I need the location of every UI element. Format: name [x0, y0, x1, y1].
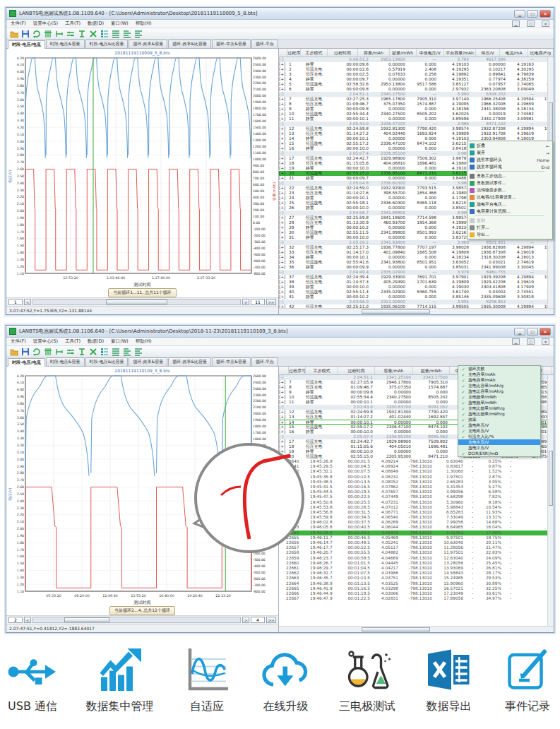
- expander-cell[interactable]: [-]: [279, 57, 289, 62]
- table-row[interactable]: [+]11静置00:00:10.10.000000.0003.895962340…: [279, 117, 554, 122]
- expander-cell[interactable]: [+]: [279, 141, 289, 146]
- last-cycle-spinner[interactable]: 4: [251, 617, 265, 623]
- context-menu-item[interactable]: 比电容/比容量设置...: [468, 194, 552, 201]
- context-menu-item[interactable]: 打开...: [468, 224, 552, 231]
- menu-item-0[interactable]: 文件(F): [11, 338, 26, 345]
- tab-6[interactable]: 循环-平台: [251, 40, 278, 48]
- table-row[interactable]: [+]37恒流充电02:24:39.41929.339007691.7013.9…: [279, 275, 554, 280]
- context-menu-item[interactable]: 跳至本循环尾End: [468, 163, 552, 170]
- pager-left-arrow[interactable]: <: [24, 299, 31, 305]
- expander-cell[interactable]: [+]: [279, 290, 289, 295]
- close-button[interactable]: ✕: [540, 10, 551, 18]
- record-row[interactable]: 2264019:45:26.900:00:01.54.09214-798.130…: [279, 459, 554, 464]
- expander-cell[interactable]: [+]: [279, 206, 289, 211]
- table-row[interactable]: [+]36静置00:00:09.90.000000.0003.850312341…: [279, 265, 554, 270]
- menu-item-4[interactable]: 窗口(W): [111, 338, 129, 345]
- expander-cell[interactable]: [+]: [279, 280, 289, 285]
- table-row[interactable]: [+]5恒流放电02:58:32.62953.138009517.5863.65…: [279, 82, 554, 87]
- column-menu-item[interactable]: 放电中压/V: [458, 445, 540, 451]
- record-row[interactable]: 2264619:45:44.500:00:19.54.07657-798.130…: [279, 490, 554, 494]
- record-row[interactable]: 2265419:46:08.800:00:43.54.05829-798.130…: [279, 531, 554, 535]
- record-row[interactable]: 2265619:46:14.700:00:49.54.05241-798.130…: [279, 540, 554, 545]
- expander-cell[interactable]: [+]: [279, 146, 289, 151]
- column-header[interactable]: 容量/mAh: [375, 367, 413, 374]
- context-menu-item[interactable]: 放电平台电压...: [468, 201, 552, 208]
- pager-last-button[interactable]: >>: [266, 299, 276, 305]
- expander-cell[interactable]: [+]: [279, 72, 289, 77]
- table-row[interactable]: [+]33恒压充电01:14:17.0401.098401685.5084.19…: [279, 250, 554, 255]
- record-row[interactable]: 2265519:46:11.700:00:46.54.05469-798.130…: [279, 535, 554, 540]
- table-row[interactable]: [+]3恒压充电00:00:02.50.076330.2584.198920.8…: [279, 72, 554, 77]
- stop-icon[interactable]: [88, 30, 97, 38]
- mdi-close-button[interactable]: ✕: [542, 338, 549, 345]
- tab-1[interactable]: 时段-电压&容量: [46, 357, 85, 366]
- table-row[interactable]: [+]38恒压充电01:14:37.3405.293901701.6394.19…: [279, 280, 554, 285]
- expander-cell[interactable]: [+]: [279, 429, 289, 434]
- record-row[interactable]: 2266119:46:29.700:01:04.54.04217-798.130…: [279, 566, 554, 571]
- current-cycle-button[interactable]: 当前循环2...4, 总共12个循环: [109, 606, 175, 615]
- tab-2[interactable]: 时段-电压&比容量: [85, 40, 129, 48]
- tab-0[interactable]: 时段-电压/电流: [8, 40, 45, 49]
- column-header[interactable]: 容量/mAh: [358, 49, 390, 57]
- record-row[interactable]: 2264119:45:29.500:00:04.54.08924-798.130…: [279, 464, 554, 469]
- expander-cell[interactable]: [+]: [279, 201, 289, 206]
- expander-cell[interactable]: [+]: [279, 295, 289, 300]
- current-cycle-button[interactable]: 当前循环1...11, 总共11个循环: [108, 288, 177, 297]
- cycle-summary-row[interactable]: [-]2.04:51.12340.27500—3.9806306.202—98.…: [279, 92, 554, 97]
- titlebar[interactable]: LANBTS电池测试系统1.08.1109.640 - [C:\Users\Ad…: [6, 8, 554, 20]
- expander-cell[interactable]: [-]: [279, 211, 289, 215]
- expander-cell[interactable]: [-]: [279, 375, 289, 380]
- table-view-icon[interactable]: [122, 348, 131, 356]
- data-list-icon[interactable]: [100, 30, 109, 38]
- expander-cell[interactable]: [+]: [279, 410, 289, 415]
- voltage-capacity-chart[interactable]: 4.204.104.003.903.803.703.603.503.403.30…: [6, 56, 278, 282]
- record-row[interactable]: 2266319:46:35.700:01:10.54.03751-798.130…: [279, 576, 554, 581]
- cycle-summary-row[interactable]: [-]2.05:16.12341.93800—3.9808501.951—98.…: [279, 240, 554, 245]
- table-row[interactable]: [+]32恒流充电02:25:17.31936.778007707.1973.9…: [279, 245, 554, 250]
- context-menu-item[interactable]: 活性物质参数...: [468, 186, 552, 194]
- channel-bars-icon[interactable]: [43, 30, 52, 38]
- expander-cell[interactable]: [-]: [279, 405, 289, 410]
- first-cycle-spinner[interactable]: 2: [8, 617, 23, 623]
- record-row[interactable]: 2265919:46:23.700:00:58.54.04669-798.130…: [279, 556, 554, 561]
- record-row[interactable]: 2266519:46:41.900:01:16.54.03298-798.130…: [279, 586, 554, 591]
- stop-icon[interactable]: [88, 348, 97, 356]
- table-row[interactable]: [+]1静置00:00:09.80.000000.0004.191030.000…: [279, 62, 554, 67]
- pager-scrollbar[interactable]: [32, 299, 241, 305]
- table-row[interactable]: [+]7恒流充电02:27:25.31965.178007905.3103.97…: [279, 97, 554, 102]
- menu-item-1[interactable]: 设置中心(S): [33, 338, 58, 345]
- expander-cell[interactable]: [+]: [279, 260, 289, 265]
- menu-item-3[interactable]: 数据(D): [88, 20, 104, 27]
- record-row[interactable]: 2266019:46:26.700:01:01.54.04445-798.130…: [279, 561, 554, 566]
- tab-5[interactable]: 循环-中压&容量: [212, 40, 251, 48]
- column-menu-item[interactable]: ✓DCIR(ESR)/mΩ: [458, 451, 540, 456]
- expander-cell[interactable]: [+]: [279, 285, 289, 290]
- cycle-summary-row[interactable]: [-]2.04:49.42335.02900—3.9798460.755—98.…: [279, 270, 554, 275]
- table-row[interactable]: [+]13恒压充电01:14:27.2404.024401693.8244.19…: [279, 131, 554, 136]
- table-row[interactable]: [+]2恒流充电00:00:02.60.579192.4084.192950.1…: [279, 67, 554, 72]
- expander-cell[interactable]: [+]: [279, 250, 289, 255]
- menu-item-3[interactable]: 数据(D): [88, 338, 104, 345]
- expander-cell[interactable]: [+]: [279, 395, 289, 400]
- tab-3[interactable]: 循环-效率&容量: [129, 357, 167, 366]
- expander-cell[interactable]: [+]: [279, 67, 289, 72]
- record-row[interactable]: 2265219:46:02.800:00:37.54.06289-798.130…: [279, 520, 554, 525]
- tab-3[interactable]: 循环-效率&容量: [129, 40, 167, 48]
- column-header[interactable]: 过程时间: [328, 49, 358, 57]
- record-row[interactable]: 2266719:46:47.900:01:22.54.02831-798.130…: [279, 596, 554, 601]
- expander-cell[interactable]: [+]: [279, 235, 289, 240]
- record-row[interactable]: 2265019:45:56.800:00:31.54.06771-798.130…: [279, 510, 554, 515]
- close-button[interactable]: ✕: [540, 328, 551, 336]
- expander-cell[interactable]: [+]: [279, 102, 289, 107]
- last-cycle-spinner[interactable]: 11: [251, 299, 265, 305]
- table-row[interactable]: [+]4静置00:00:09.70.000000.0004.193510.779…: [279, 77, 554, 82]
- table-row[interactable]: [+]34静置00:00:10.10.000000.0004.182342318…: [279, 255, 554, 260]
- table-row[interactable]: [+]9静置00:00:09.80.000000.0004.181962341.…: [279, 107, 554, 112]
- data-list-icon[interactable]: [100, 348, 109, 356]
- open-file-icon[interactable]: [9, 348, 18, 356]
- expander-cell[interactable]: [-]: [279, 300, 289, 304]
- expander-cell[interactable]: [+]: [279, 400, 289, 405]
- menu-item-2[interactable]: 工具(T): [65, 20, 81, 27]
- table-row[interactable]: [+]8恒压充电01:09:46.7375.073501574.8874.190…: [279, 102, 554, 107]
- save-icon[interactable]: [20, 348, 30, 356]
